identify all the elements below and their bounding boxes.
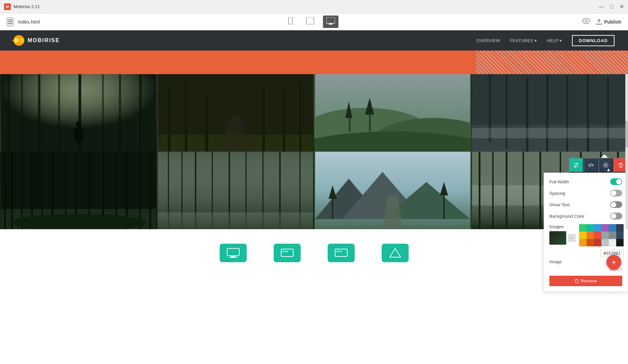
icon-shape-2 (274, 244, 301, 262)
color-swatch-darkred[interactable] (594, 239, 601, 246)
bg-color-toggle[interactable] (610, 213, 622, 219)
color-swatch-purple[interactable] (601, 224, 609, 232)
svg-rect-4 (326, 17, 335, 23)
remove-label: Remove (581, 278, 597, 283)
bg-color-label: Background Color (549, 214, 584, 219)
settings-panel: Full Width Spacing Show Text Background … (544, 173, 628, 292)
svg-rect-14 (58, 74, 60, 152)
color-swatch-orange[interactable] (586, 232, 594, 239)
prev-arrow[interactable]: ‹ (568, 234, 576, 242)
maximize-button[interactable]: □ (610, 3, 613, 10)
color-swatch-lightgray[interactable] (601, 239, 609, 246)
svg-rect-102 (231, 256, 235, 257)
svg-rect-101 (227, 248, 239, 256)
spacing-label: Spacing (549, 191, 565, 196)
add-button[interactable]: + (606, 255, 621, 270)
gallery-cell-1[interactable] (0, 74, 157, 152)
svg-rect-18 (139, 74, 142, 152)
color-swatch-gray2[interactable] (609, 232, 616, 239)
remove-button[interactable]: Remove (549, 276, 622, 286)
color-swatch-amber[interactable] (579, 239, 586, 246)
scroll-indicator[interactable] (625, 74, 628, 229)
device-switcher (284, 15, 338, 28)
show-text-row: Show Text (549, 201, 622, 208)
svg-rect-49 (472, 128, 627, 138)
color-swatch-blue[interactable] (594, 224, 601, 232)
color-swatch-green[interactable] (579, 224, 586, 232)
color-swatch-yellow[interactable] (579, 232, 586, 239)
full-width-toggle[interactable] (610, 178, 622, 185)
color-swatch-black[interactable] (616, 239, 624, 246)
spacing-toggle[interactable] (610, 190, 622, 196)
titlebar: M Mobirise 2.11 — □ ✕ (0, 0, 628, 13)
nav-download-button[interactable]: DOWNLOAD (572, 35, 615, 46)
gallery-image-4 (471, 74, 628, 152)
svg-rect-17 (119, 74, 121, 152)
toolbar-right: Publish (582, 18, 621, 26)
nav-help[interactable]: HELP ▾ (547, 38, 562, 43)
gallery-cell-7[interactable] (314, 152, 471, 229)
nav-links: OVERVIEW FEATURES ▾ HELP ▾ DOWNLOAD (476, 35, 615, 46)
svg-point-106 (284, 251, 286, 252)
color-palette-section: #553982 (579, 224, 624, 257)
publish-button[interactable]: Publish (596, 19, 621, 25)
color-swatch-white[interactable] (609, 239, 616, 246)
gallery-cell-2[interactable] (157, 74, 314, 152)
preview-navbar: MOBIRISE OVERVIEW FEATURES ▾ HELP ▾ DOWN… (0, 30, 628, 51)
svg-rect-64 (139, 152, 141, 229)
gallery-grid (0, 74, 628, 229)
svg-rect-52 (4, 152, 6, 229)
full-width-row: Full Width (549, 178, 622, 185)
gallery-cell-5[interactable] (0, 152, 157, 229)
svg-rect-85 (443, 195, 444, 219)
svg-rect-92 (506, 152, 507, 229)
color-swatch-gray1[interactable] (601, 232, 609, 239)
color-palette (579, 224, 624, 246)
gallery-cell-4[interactable] (471, 74, 628, 152)
svg-rect-54 (21, 152, 23, 229)
mobile-view-button[interactable] (284, 15, 297, 28)
svg-rect-78 (158, 212, 313, 229)
nav-features[interactable]: FEATURES ▾ (510, 38, 537, 43)
svg-point-109 (336, 251, 338, 252)
tablet-view-button[interactable] (303, 15, 318, 28)
color-swatch-darkorange[interactable] (586, 239, 594, 246)
svg-rect-26 (263, 84, 265, 152)
color-swatch-red[interactable] (594, 232, 601, 239)
svg-rect-47 (586, 74, 589, 152)
banner-diagonal (476, 51, 628, 74)
minimize-button[interactable]: — (599, 3, 604, 10)
gear-button[interactable] (598, 158, 613, 173)
svg-rect-38 (369, 115, 371, 131)
gallery-image-2 (157, 74, 314, 152)
color-swatch-teal[interactable] (586, 224, 594, 232)
color-swatch-navy[interactable] (616, 224, 624, 232)
svg-rect-93 (522, 152, 524, 229)
gallery-cell-6[interactable] (157, 152, 314, 229)
icon-item-2 (274, 244, 301, 262)
swap-button[interactable] (569, 158, 583, 173)
gallery-image-7 (314, 152, 471, 229)
desktop-view-button[interactable] (323, 16, 338, 28)
color-swatch-darkblue[interactable] (609, 224, 616, 232)
app-title: Mobirise 2.11 (13, 4, 40, 9)
settings-overlay: Full Width Spacing Show Text Background … (544, 154, 628, 292)
gallery-cell-3[interactable] (314, 74, 471, 152)
menu-button[interactable]: ☰ (7, 18, 13, 26)
svg-rect-16 (102, 74, 104, 152)
show-text-toggle[interactable] (610, 201, 622, 208)
svg-rect-48 (607, 78, 609, 152)
preview-button[interactable] (582, 18, 590, 26)
code-button[interactable] (583, 158, 598, 173)
svg-point-111 (340, 251, 342, 252)
scroll-thumb[interactable] (625, 121, 628, 148)
gallery-image-3 (314, 74, 471, 152)
nav-overview[interactable]: OVERVIEW (476, 38, 500, 43)
svg-rect-44 (526, 78, 528, 152)
show-text-label: Show Text (549, 202, 570, 207)
content-area: MOBIRISE OVERVIEW FEATURES ▾ HELP ▾ DOWN… (0, 30, 628, 276)
orange-banner (0, 51, 628, 74)
svg-rect-31 (242, 126, 244, 132)
close-button[interactable]: ✕ (620, 3, 624, 10)
color-swatch-darkgray[interactable] (616, 232, 624, 239)
